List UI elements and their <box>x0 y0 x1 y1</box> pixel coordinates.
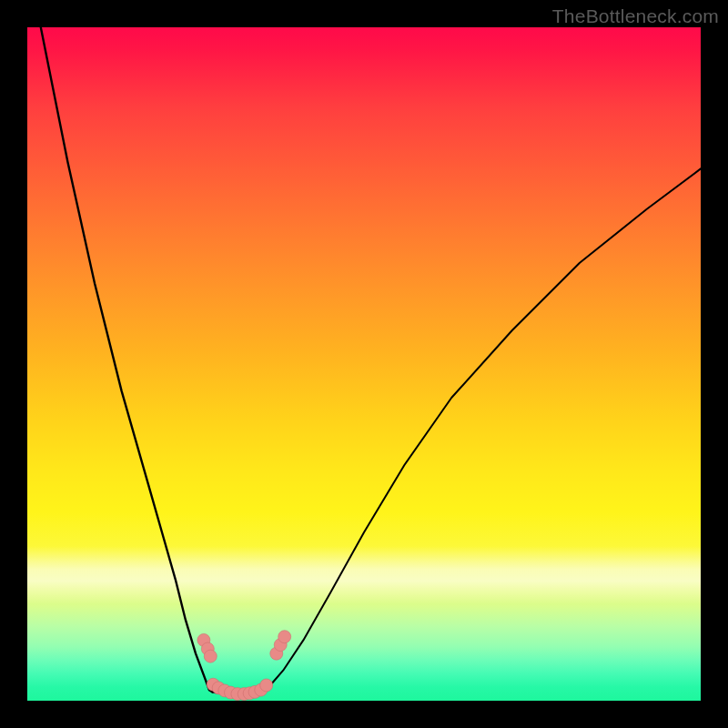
watermark-text: TheBottleneck.com <box>552 5 719 27</box>
marker-cluster-right-lower-2 <box>260 679 273 692</box>
series-left-curve <box>41 27 213 692</box>
chart-svg <box>27 27 701 701</box>
plot-area <box>27 27 701 701</box>
marker-cluster-left-upper-3 <box>204 650 217 662</box>
curve-group <box>41 27 701 694</box>
chart-frame: TheBottleneck.com <box>0 0 728 728</box>
series-right-curve <box>263 168 701 691</box>
marker-group <box>197 631 291 701</box>
marker-cluster-right-upper-3 <box>278 631 291 643</box>
